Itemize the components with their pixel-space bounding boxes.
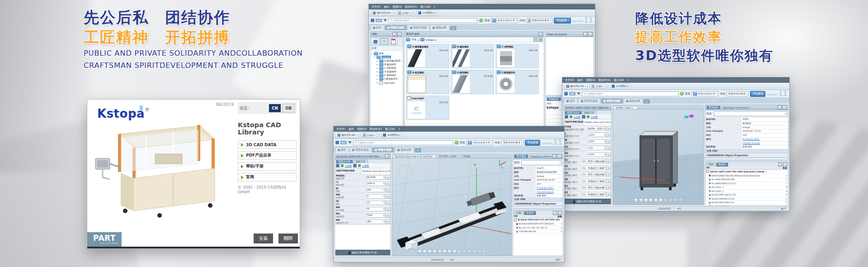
view-tool-icon[interactable] [482, 249, 486, 253]
view-tool-icon[interactable] [438, 249, 442, 253]
menu-item[interactable]: 文件(F) [565, 78, 574, 82]
menu-item[interactable]: 视图(V) [586, 78, 595, 82]
menu-item[interactable]: 视图(V) [392, 5, 402, 9]
tab-assistant[interactable]: 助手 [564, 98, 578, 104]
param-value-dropdown[interactable]: S▾ [366, 194, 385, 199]
view-tool-icon[interactable] [448, 249, 452, 253]
view-tool-icon[interactable] [679, 198, 683, 202]
abc-button[interactable]: ABC [569, 92, 576, 95]
param-value-dropdown[interactable]: A1：单扇右开门-铰链▾ [582, 192, 606, 196]
menu-item[interactable]: 窗口(W) [614, 78, 624, 82]
tab-part-view[interactable]: 零部件视图 [601, 98, 623, 104]
catalog-scope-dropdown[interactable]: 所有目录和分类▾ [692, 91, 719, 96]
tree-item[interactable]: ▸Copyright [377, 81, 402, 85]
export-cad-button[interactable]: 输出到CAD▾ [371, 10, 394, 16]
2d-view-tab[interactable]: 二维视图 [459, 155, 472, 158]
tab-part-view[interactable]: 零部件视图 [407, 25, 429, 30]
view-tool-icon[interactable] [462, 249, 467, 253]
tree-item[interactable]: ▸E.通用模组 [377, 73, 402, 77]
history-button[interactable] [389, 38, 397, 45]
installer-menu-item[interactable]: 帮助/手册 [238, 162, 297, 171]
bom-structure-tab[interactable]: 结构 [706, 162, 716, 167]
tab-part-selection[interactable]: 零部件选择 [578, 98, 600, 104]
bom-row[interactable]: BLZSLB1009240SV1NYT20S1B1S 1 [513, 222, 563, 226]
param-value-dropdown[interactable]: 240▾ [366, 188, 385, 192]
view-tool-icon[interactable] [649, 198, 653, 202]
start-search-button[interactable]: 开始搜索▾ [554, 18, 571, 24]
view-tool-icon[interactable] [472, 249, 476, 253]
bom-row[interactable]: B=16001200C1C1C1C1 1 [705, 182, 788, 186]
recalc-3d-button[interactable]: 重新计算3D模型 开/关 [335, 250, 390, 255]
expand-icon[interactable]: ▾ [374, 56, 376, 58]
param-value-dropdown[interactable]: 1600▾ [588, 133, 606, 137]
menu-item[interactable]: 文件(F) [336, 127, 345, 131]
maximize-icon[interactable]: □ [392, 32, 396, 36]
param-value-dropdown[interactable]: 1200▾ [588, 139, 606, 144]
view-options-icon[interactable]: ✓ [533, 38, 538, 42]
installer-menu-item[interactable]: 官网 [238, 173, 297, 181]
maximize-icon[interactable]: □ [385, 154, 389, 158]
close-icon[interactable]: × [557, 154, 561, 158]
tree-item[interactable]: ▸C.供料模组 [377, 66, 402, 70]
param-value-dropdown[interactable]: 760▾ [588, 146, 606, 150]
main-variables-checkbox[interactable] [565, 115, 568, 119]
catalog-db-button[interactable] [371, 38, 379, 45]
bom-row[interactable]: B=160012007601990 1 [705, 178, 788, 182]
view-tool-icon[interactable] [654, 198, 658, 202]
view-tool-icon[interactable] [644, 198, 648, 202]
tab-part-selection[interactable]: 零部件选择 [385, 25, 407, 30]
model-tab[interactable]: SDPR2-1600-1... [613, 106, 637, 109]
detail-tab[interactable]: 详细信息 [547, 97, 561, 101]
search-input[interactable]: 全文搜索的关键字 [353, 140, 453, 145]
maximize-icon[interactable]: □ [778, 162, 782, 167]
menu-item[interactable]: ? [434, 5, 435, 9]
edit-param-icon[interactable]: ✎ [606, 126, 611, 131]
menu-item[interactable]: 窗口(W) [420, 5, 431, 9]
tab-search-results[interactable]: 搜索结果 [623, 98, 643, 104]
tab-add[interactable]: + [415, 148, 421, 153]
sub-variables-checkbox[interactable] [353, 164, 357, 167]
filter-funnel-icon[interactable] [577, 92, 580, 95]
maximize-icon[interactable]: □ [552, 154, 557, 158]
param-value-dropdown[interactable]: A1：单扇右开门-铰链▾ [582, 166, 606, 170]
catalog-cell[interactable]: F.通用标准件 19-6-19 [495, 70, 539, 94]
breadcrumb-root[interactable]: 目录 [411, 38, 416, 41]
add-search-icon[interactable]: + [479, 19, 483, 22]
step-format-button[interactable]: STEP▾ [361, 133, 377, 138]
add-search-icon[interactable]: + [455, 141, 458, 144]
param-value-dropdown[interactable]: A3：双开门-铰链左侧▾ [582, 185, 606, 190]
expand-icon[interactable]: ▸ [377, 78, 378, 80]
catalog-cell[interactable]: D.机架模组 19-6-19 [406, 70, 449, 94]
edit-param-icon[interactable]: ✎ [386, 219, 390, 224]
param-value-dropdown[interactable]: A1：单扇右开门-铰链▾ [582, 179, 606, 183]
tree-item[interactable]: ▸B.输送模组 [377, 62, 402, 66]
expand-icon[interactable]: ▸ [377, 60, 378, 62]
add-search-icon[interactable]: + [680, 92, 684, 95]
sub-variables-label[interactable]: 次变量 [362, 164, 369, 167]
checkbox-icon[interactable] [514, 219, 517, 221]
view-tool-icon[interactable] [433, 249, 437, 253]
parts-scope-dropdown[interactable]: 零部件组和单体▾ [501, 140, 524, 145]
installer-menu-item[interactable]: PDF产品目录 [238, 151, 297, 160]
cabinet-3d-view[interactable]: X [613, 109, 704, 205]
info-search-dropdown[interactable]: ▾ [521, 160, 562, 165]
param-value-dropdown[interactable]: A3：双开门-铰链左侧▾ [582, 172, 606, 176]
menu-item[interactable]: 输出 [384, 5, 389, 9]
close-icon[interactable]: × [783, 105, 787, 110]
view-tool-icon[interactable] [669, 198, 673, 202]
edit-param-icon[interactable]: ✎ [386, 207, 390, 211]
edit-param-icon[interactable]: ✎ [386, 181, 390, 186]
tab-search-results[interactable]: 搜索结果 [395, 147, 414, 153]
tree-item[interactable]: ▸A.微型输送模组 [377, 59, 402, 62]
filter-funnel-icon[interactable] [383, 19, 387, 22]
param-value-dropdown[interactable]: 1009.4▾ [366, 181, 385, 186]
search-option-checkbox[interactable] [335, 141, 339, 144]
menu-item[interactable]: 文件(F) [372, 5, 381, 9]
parts-scope-dropdown[interactable]: 零部件组和单体▾ [726, 91, 749, 96]
maximize-icon[interactable]: □ [553, 211, 557, 215]
tech-doc-tab[interactable]: 技术资料 (2D图) [437, 155, 458, 158]
expand-icon[interactable]: ▸ [377, 63, 378, 66]
catalog-cell[interactable]: E.通用模组 19-4-22 [451, 70, 494, 94]
tab-assistant[interactable]: 助手 [370, 25, 384, 30]
expand-icon[interactable]: ▸ [377, 81, 378, 84]
